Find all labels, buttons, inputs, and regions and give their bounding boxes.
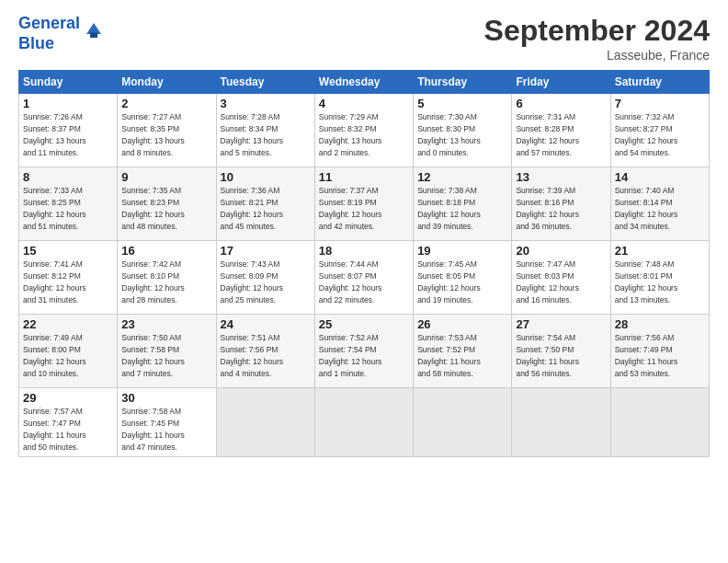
table-row: 27Sunrise: 7:54 AMSunset: 7:50 PMDayligh… [512, 315, 610, 388]
table-row: 8Sunrise: 7:33 AMSunset: 8:25 PMDaylight… [19, 167, 118, 241]
table-row: 6Sunrise: 7:31 AMSunset: 8:28 PMDaylight… [512, 94, 610, 167]
table-row: 24Sunrise: 7:51 AMSunset: 7:56 PMDayligh… [216, 315, 314, 388]
table-row: 10Sunrise: 7:36 AMSunset: 8:21 PMDayligh… [216, 167, 314, 241]
table-row [314, 388, 413, 457]
svg-marker-0 [86, 23, 101, 34]
col-thursday: Thursday [414, 71, 512, 94]
table-row: 18Sunrise: 7:44 AMSunset: 8:07 PMDayligh… [314, 241, 413, 315]
table-row: 20Sunrise: 7:47 AMSunset: 8:03 PMDayligh… [512, 241, 610, 315]
logo-text: GeneralBlue [18, 14, 80, 53]
table-row: 29Sunrise: 7:57 AMSunset: 7:47 PMDayligh… [19, 388, 118, 457]
col-monday: Monday [118, 71, 216, 94]
location: Lasseube, France [484, 48, 710, 63]
col-sunday: Sunday [19, 71, 118, 94]
table-row: 7Sunrise: 7:32 AMSunset: 8:27 PMDaylight… [610, 94, 709, 167]
logo-icon [83, 19, 105, 41]
table-row: 22Sunrise: 7:49 AMSunset: 8:00 PMDayligh… [19, 315, 118, 388]
title-section: September 2024 Lasseube, France [484, 14, 710, 63]
logo: GeneralBlue [18, 14, 105, 53]
table-row: 11Sunrise: 7:37 AMSunset: 8:19 PMDayligh… [314, 167, 413, 241]
col-wednesday: Wednesday [314, 71, 413, 94]
column-headers: Sunday Monday Tuesday Wednesday Thursday… [19, 71, 710, 94]
table-row: 12Sunrise: 7:38 AMSunset: 8:18 PMDayligh… [414, 167, 512, 241]
table-row [216, 388, 314, 457]
table-row: 30Sunrise: 7:58 AMSunset: 7:45 PMDayligh… [118, 388, 216, 457]
table-row: 21Sunrise: 7:48 AMSunset: 8:01 PMDayligh… [610, 241, 709, 315]
table-row: 19Sunrise: 7:45 AMSunset: 8:05 PMDayligh… [414, 241, 512, 315]
table-row: 9Sunrise: 7:35 AMSunset: 8:23 PMDaylight… [118, 167, 216, 241]
table-row: 26Sunrise: 7:53 AMSunset: 7:52 PMDayligh… [414, 315, 512, 388]
table-row [610, 388, 709, 457]
col-friday: Friday [512, 71, 610, 94]
table-row: 17Sunrise: 7:43 AMSunset: 8:09 PMDayligh… [216, 241, 314, 315]
table-row: 14Sunrise: 7:40 AMSunset: 8:14 PMDayligh… [610, 167, 709, 241]
table-row: 25Sunrise: 7:52 AMSunset: 7:54 PMDayligh… [314, 315, 413, 388]
table-row: 13Sunrise: 7:39 AMSunset: 8:16 PMDayligh… [512, 167, 610, 241]
table-row: 5Sunrise: 7:30 AMSunset: 8:30 PMDaylight… [414, 94, 512, 167]
table-row: 1Sunrise: 7:26 AMSunset: 8:37 PMDaylight… [19, 94, 118, 167]
table-row: 4Sunrise: 7:29 AMSunset: 8:32 PMDaylight… [314, 94, 413, 167]
table-row: 2Sunrise: 7:27 AMSunset: 8:35 PMDaylight… [118, 94, 216, 167]
table-row: 28Sunrise: 7:56 AMSunset: 7:49 PMDayligh… [610, 315, 709, 388]
col-tuesday: Tuesday [216, 71, 314, 94]
calendar-table: Sunday Monday Tuesday Wednesday Thursday… [18, 70, 710, 457]
table-row: 15Sunrise: 7:41 AMSunset: 8:12 PMDayligh… [19, 241, 118, 315]
col-saturday: Saturday [610, 71, 709, 94]
table-row [512, 388, 610, 457]
table-row: 23Sunrise: 7:50 AMSunset: 7:58 PMDayligh… [118, 315, 216, 388]
month-title: September 2024 [484, 14, 710, 48]
header: GeneralBlue September 2024 Lasseube, Fra… [18, 14, 710, 63]
svg-marker-1 [90, 32, 97, 38]
table-row [414, 388, 512, 457]
table-row: 3Sunrise: 7:28 AMSunset: 8:34 PMDaylight… [216, 94, 314, 167]
page: GeneralBlue September 2024 Lasseube, Fra… [0, 0, 728, 563]
table-row: 16Sunrise: 7:42 AMSunset: 8:10 PMDayligh… [118, 241, 216, 315]
